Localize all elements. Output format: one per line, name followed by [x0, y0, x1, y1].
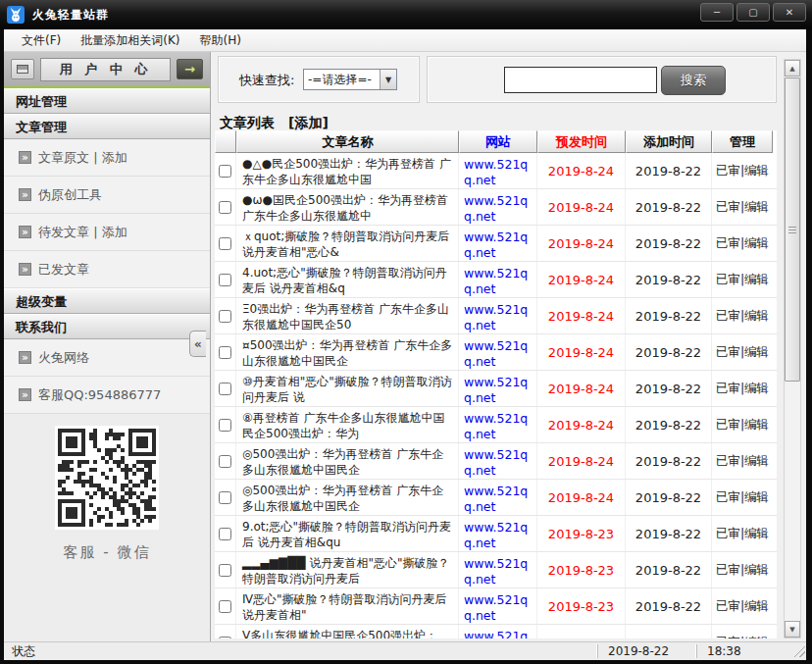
sidebar-section-super-variables[interactable]: 超级变量: [4, 288, 210, 314]
sidebar-item-published-articles[interactable]: » 已发文章: [4, 251, 210, 288]
article-title[interactable]: ●ω●国民企500强出炉：华为再登榜首 广东牛企多山东很尴尬中: [236, 189, 459, 225]
row-checkbox[interactable]: [219, 528, 231, 540]
close-button[interactable]: ✕: [773, 3, 806, 22]
sidebar-item-label: 已发文章: [38, 261, 89, 279]
site-link[interactable]: www.521qq.net: [459, 334, 537, 370]
article-title[interactable]: ¤500强出炉：华为再登榜首 广东牛企多山东很尴尬中国民企: [236, 334, 459, 370]
quick-find-panel: 快速查找: -=请选择=- ▼: [218, 56, 420, 103]
search-input[interactable]: [504, 67, 657, 93]
added-date: 2019-8-22: [626, 226, 712, 261]
row-checkbox[interactable]: [219, 455, 231, 468]
site-link[interactable]: www.521qq.net: [459, 371, 537, 406]
manage-links[interactable]: 已审|编辑: [712, 516, 773, 551]
site-link[interactable]: www.521qq.net: [459, 443, 537, 479]
content-area: 快速查找: -=请选择=- ▼ 搜索 文章列表 [添加] 文章名称 网站: [211, 52, 806, 641]
row-checkbox[interactable]: [219, 201, 231, 214]
article-title[interactable]: 4.uot;恶心"撕破脸？特朗普取消访问丹麦后 说丹麦首相&q: [236, 262, 459, 297]
search-button[interactable]: 搜索: [661, 66, 726, 95]
scroll-down-icon[interactable]: ▼: [785, 621, 800, 638]
table-header-article-name[interactable]: 文章名称: [236, 130, 459, 153]
site-link[interactable]: www.521qq.net: [459, 480, 537, 515]
chevron-down-icon[interactable]: ▼: [380, 70, 396, 89]
manage-links[interactable]: 已审|编辑: [712, 407, 773, 442]
row-checkbox[interactable]: [219, 165, 231, 178]
menu-batch-add-keywords[interactable]: 批量添加相关词(K): [71, 29, 189, 52]
vertical-scrollbar[interactable]: ▲ ▼: [784, 59, 801, 638]
menu-help[interactable]: 帮助(H): [190, 29, 251, 52]
table-header-publish-time[interactable]: 预发时间: [537, 130, 626, 153]
manage-links[interactable]: 已审|编辑: [712, 552, 773, 587]
site-link[interactable]: www.521qq.net: [459, 625, 537, 638]
monitor-button[interactable]: [11, 59, 34, 79]
go-arrow-button[interactable]: →: [177, 59, 203, 79]
row-checkbox[interactable]: [219, 346, 231, 359]
site-link[interactable]: www.521qq.net: [459, 298, 537, 333]
quick-find-select[interactable]: -=请选择=- ▼: [303, 69, 397, 90]
added-date: 2019-8-22: [626, 516, 712, 551]
manage-links[interactable]: 已审|编辑: [712, 334, 773, 370]
site-link[interactable]: www.521qq.net: [459, 226, 537, 261]
article-title[interactable]: ◎500强出炉：华为再登榜首 广东牛企多山东很尴尬中国民企: [236, 480, 459, 515]
sidebar-section-contact-us[interactable]: 联系我们: [4, 314, 210, 339]
manage-links[interactable]: 已审|编辑: [712, 588, 773, 624]
manage-links[interactable]: 已审|编辑: [712, 153, 773, 188]
row-checkbox[interactable]: [219, 419, 231, 432]
minimize-button[interactable]: ─: [700, 3, 734, 22]
article-title[interactable]: ⑧再登榜首 广东牛企多山东很尴尬中国民企500强出炉：华为: [236, 407, 459, 442]
article-title[interactable]: Ⅴ多山东很尴尬中国民企500强出炉：: [236, 625, 459, 638]
manage-links[interactable]: 已审|编辑: [712, 480, 773, 515]
article-title[interactable]: ▂▂▄▆▇██ 说丹麦首相"恶心"撕破脸？特朗普取消访问丹麦后: [236, 552, 459, 587]
manage-links[interactable]: 已审|编辑: [712, 189, 773, 225]
sidebar-section-article-management[interactable]: 文章管理: [4, 114, 210, 139]
article-title[interactable]: ●△●民企500强出炉：华为再登榜首 广东牛企多山东很尴尬中国: [236, 153, 459, 188]
sidebar-item-article-original[interactable]: » 文章原文 | 添加: [4, 139, 210, 177]
manage-links[interactable]: 已审|编辑: [712, 226, 773, 261]
site-link[interactable]: www.521qq.net: [459, 407, 537, 442]
row-checkbox[interactable]: [219, 310, 231, 323]
article-title[interactable]: 9.ot;恶心"撕破脸？特朗普取消访问丹麦后 说丹麦首相&qu: [236, 516, 459, 551]
maximize-button[interactable]: ▢: [736, 3, 770, 22]
added-date: 2019-8-22: [626, 262, 712, 297]
manage-links[interactable]: 已审|编辑: [712, 371, 773, 406]
row-checkbox[interactable]: [219, 491, 231, 504]
table-header-checkbox[interactable]: [215, 130, 236, 153]
table-header-site[interactable]: 网站: [459, 130, 537, 153]
sidebar-collapse-button[interactable]: «: [189, 331, 206, 357]
main-frame: 用 户 中 心 → 网址管理 文章管理 » 文章原文 | 添加 » 伪原创工具 …: [4, 52, 806, 641]
manage-links[interactable]: 已审|编辑: [712, 262, 773, 297]
site-link[interactable]: www.521qq.net: [459, 588, 537, 624]
row-checkbox[interactable]: [219, 600, 231, 613]
arrow-bullet-icon: »: [19, 351, 31, 364]
row-checkbox[interactable]: [219, 564, 231, 577]
article-title[interactable]: Ⅳ恶心"撕破脸？特朗普取消访问丹麦后 说丹麦首相": [236, 588, 459, 624]
row-checkbox[interactable]: [219, 274, 231, 286]
article-title[interactable]: ◎500强出炉：华为再登榜首 广东牛企多山东很尴尬中国民企: [236, 443, 459, 479]
article-title[interactable]: ⑩丹麦首相"恶心"撕破脸？特朗普取消访问丹麦后 说: [236, 371, 459, 406]
sidebar-item-service-qq[interactable]: » 客服QQ:954886777: [4, 377, 210, 414]
site-link[interactable]: www.521qq.net: [459, 153, 537, 188]
wechat-qr-code: [55, 426, 159, 530]
row-checkbox[interactable]: [219, 383, 231, 395]
sidebar-item-pseudo-original-tool[interactable]: » 伪原创工具: [4, 177, 210, 214]
manage-links[interactable]: 已审|编辑: [712, 625, 773, 638]
scroll-up-icon[interactable]: ▲: [785, 60, 800, 77]
article-title[interactable]: ｘquot;撕破脸？特朗普取消访问丹麦后 说丹麦首相"恶心&: [236, 226, 459, 261]
article-title[interactable]: Ξ0强出炉：华为再登榜首 广东牛企多山东很尴尬中国民企50: [236, 298, 459, 333]
menu-file[interactable]: 文件(F): [12, 29, 71, 52]
sidebar-section-url-management[interactable]: 网址管理: [4, 88, 210, 114]
site-link[interactable]: www.521qq.net: [459, 516, 537, 551]
manage-links[interactable]: 已审|编辑: [712, 443, 773, 479]
table-header-added-time[interactable]: 添加时间: [626, 130, 712, 153]
row-checkbox[interactable]: [219, 237, 231, 250]
site-link[interactable]: www.521qq.net: [459, 262, 537, 297]
table-header-manage[interactable]: 管理: [712, 130, 773, 153]
sidebar-item-huotu-network[interactable]: » 火兔网络: [4, 339, 210, 377]
scrollbar-thumb[interactable]: [785, 77, 800, 382]
resize-grip[interactable]: [792, 644, 805, 657]
site-link[interactable]: www.521qq.net: [459, 189, 537, 225]
user-center-button[interactable]: 用 户 中 心: [40, 58, 171, 81]
sidebar-item-pending-articles[interactable]: » 待发文章 | 添加: [4, 214, 210, 251]
site-link[interactable]: www.521qq.net: [459, 552, 537, 587]
row-checkbox[interactable]: [219, 637, 231, 639]
manage-links[interactable]: 已审|编辑: [712, 298, 773, 333]
